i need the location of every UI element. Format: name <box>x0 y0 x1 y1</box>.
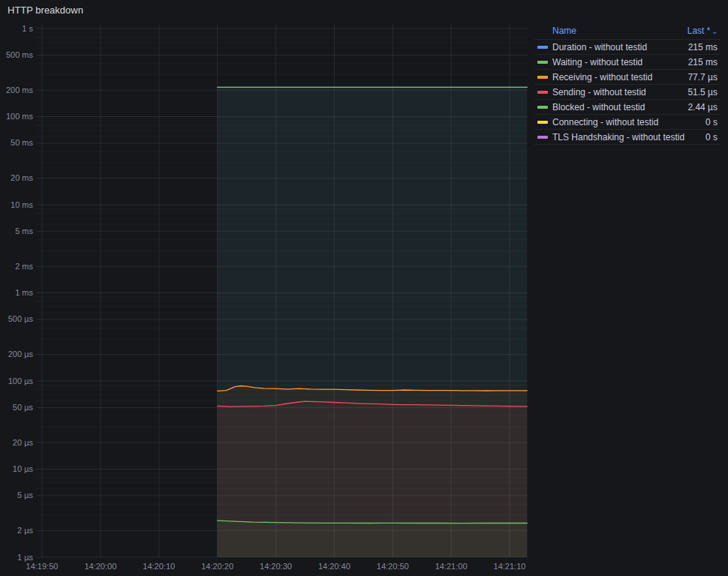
series-color-swatch-icon <box>537 91 548 94</box>
legend-row[interactable]: Blocked - without testid2.44 µs <box>534 99 720 114</box>
legend-row[interactable]: Waiting - without testid215 ms <box>534 54 720 69</box>
svg-text:20 ms: 20 ms <box>11 173 33 182</box>
series-color-swatch-icon <box>537 76 548 79</box>
legend-row[interactable]: Duration - without testid215 ms <box>534 39 720 54</box>
svg-text:1 ms: 1 ms <box>15 288 33 297</box>
series-last-value: 215 ms <box>688 42 717 52</box>
legend-row[interactable]: Sending - without testid51.5 µs <box>534 84 720 99</box>
svg-text:14:19:50: 14:19:50 <box>26 562 59 571</box>
svg-text:5 µs: 5 µs <box>17 490 34 500</box>
legend-row[interactable]: Receiving - without testid77.7 µs <box>534 69 720 84</box>
svg-text:1 s: 1 s <box>22 24 33 33</box>
series-last-value: 51.5 µs <box>687 87 717 98</box>
series-color-swatch-icon <box>537 46 548 49</box>
series-color-swatch-icon <box>537 106 548 109</box>
series-last-value: 0 s <box>705 117 717 128</box>
series-last-value: 0 s <box>705 132 717 142</box>
legend-table: Name Last *⌄ Duration - without testid21… <box>534 24 720 145</box>
sort-desc-caret-icon: ⌄ <box>711 28 717 35</box>
http-breakdown-panel: HTTP breakdown 1 s500 ms200 ms100 ms50 m… <box>0 0 728 576</box>
svg-text:2 ms: 2 ms <box>15 262 33 271</box>
svg-text:200 µs: 200 µs <box>8 350 34 358</box>
svg-text:500 ms: 500 ms <box>6 50 34 59</box>
svg-text:50 ms: 50 ms <box>11 138 33 147</box>
legend-header: Name Last *⌄ <box>534 24 720 39</box>
svg-text:14:20:20: 14:20:20 <box>201 562 233 571</box>
series-last-value: 77.7 µs <box>687 72 717 82</box>
series-color-swatch-icon <box>537 136 548 139</box>
series-name: Sending - without testid <box>552 87 681 98</box>
legend-row[interactable]: Connecting - without testid0 s <box>534 114 720 129</box>
svg-text:100 ms: 100 ms <box>6 112 34 121</box>
svg-text:1 µs: 1 µs <box>17 553 34 562</box>
series-name: Connecting - without testid <box>552 117 699 128</box>
svg-text:14:20:30: 14:20:30 <box>260 562 292 571</box>
svg-text:14:21:10: 14:21:10 <box>494 562 526 571</box>
svg-text:500 µs: 500 µs <box>8 314 34 323</box>
svg-text:14:20:10: 14:20:10 <box>143 562 175 571</box>
series-color-swatch-icon <box>537 121 548 124</box>
svg-text:5 ms: 5 ms <box>15 226 33 236</box>
svg-text:200 ms: 200 ms <box>6 86 34 94</box>
series-color-swatch-icon <box>537 61 548 64</box>
series-name: Blocked - without testid <box>552 102 681 112</box>
legend-col-last[interactable]: Last *⌄ <box>687 26 717 36</box>
svg-text:14:20:50: 14:20:50 <box>377 562 409 571</box>
legend-col-last-label: Last * <box>687 26 711 36</box>
svg-text:10 ms: 10 ms <box>11 200 33 209</box>
svg-text:50 µs: 50 µs <box>13 403 34 412</box>
svg-text:14:21:00: 14:21:00 <box>435 562 468 571</box>
series-last-value: 215 ms <box>688 57 717 68</box>
series-name: Waiting - without testid <box>552 57 682 68</box>
legend-rows: Duration - without testid215 msWaiting -… <box>534 39 720 145</box>
series-name: TLS Handshaking - without testid <box>552 132 699 142</box>
legend-row[interactable]: TLS Handshaking - without testid0 s <box>534 129 720 145</box>
svg-text:20 µs: 20 µs <box>13 438 34 447</box>
svg-text:2 µs: 2 µs <box>17 526 34 535</box>
svg-text:14:20:40: 14:20:40 <box>318 562 350 571</box>
series-name: Receiving - without testid <box>552 72 681 82</box>
svg-text:100 µs: 100 µs <box>8 376 34 386</box>
svg-text:10 µs: 10 µs <box>13 464 34 473</box>
series-last-value: 2.44 µs <box>687 102 717 112</box>
svg-text:14:20:00: 14:20:00 <box>84 562 116 571</box>
series-name: Duration - without testid <box>552 42 682 52</box>
legend-col-name[interactable]: Name <box>552 26 576 36</box>
